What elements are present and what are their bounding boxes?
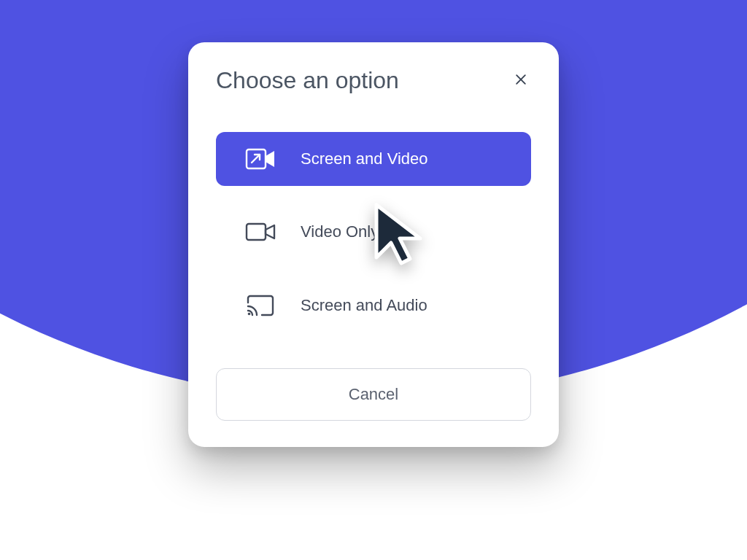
modal-title: Choose an option — [216, 67, 399, 94]
cursor-icon — [372, 202, 426, 271]
option-label: Video Only — [301, 222, 379, 241]
cancel-button[interactable]: Cancel — [216, 368, 531, 421]
modal-header: Choose an option — [216, 67, 531, 94]
cast-icon — [245, 294, 276, 317]
option-label: Screen and Audio — [301, 296, 427, 315]
option-screen-and-audio[interactable]: Screen and Audio — [216, 278, 531, 333]
option-label: Screen and Video — [301, 149, 428, 168]
close-button[interactable] — [511, 69, 531, 92]
svg-rect-3 — [247, 224, 266, 240]
screen-video-icon — [245, 148, 276, 170]
video-icon — [245, 221, 276, 243]
svg-point-4 — [248, 313, 251, 316]
cancel-label: Cancel — [349, 385, 398, 403]
close-icon — [514, 78, 528, 89]
option-screen-and-video[interactable]: Screen and Video — [216, 132, 531, 186]
